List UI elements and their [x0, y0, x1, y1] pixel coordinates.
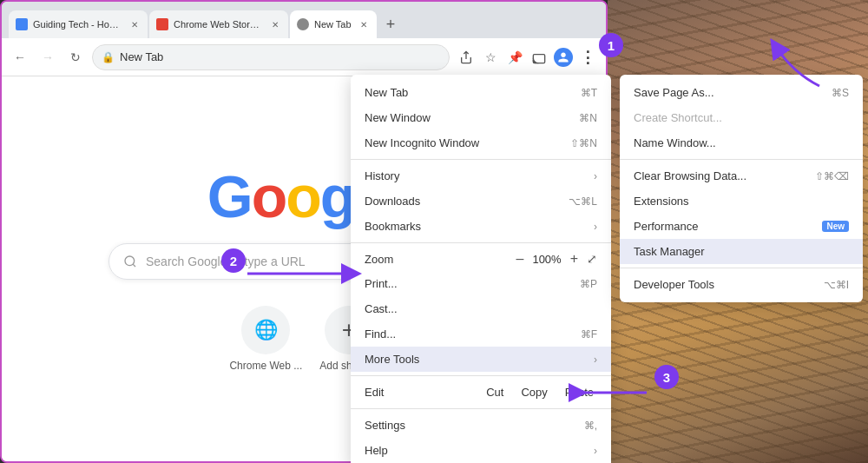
- sub-name-window[interactable]: Name Window...: [620, 130, 863, 155]
- logo-o2: o: [286, 167, 320, 226]
- cast-icon-btn[interactable]: [528, 46, 550, 69]
- sub-create-shortcut: Create Shortcut...: [620, 105, 863, 130]
- menu-more-tools[interactable]: More Tools ›: [351, 347, 611, 372]
- sub-task-manager[interactable]: Task Manager: [620, 239, 863, 264]
- profile-icon-btn[interactable]: [552, 46, 575, 69]
- tab-favicon-3: [297, 18, 309, 30]
- reload-button[interactable]: ↻: [64, 46, 87, 69]
- more-menu-btn[interactable]: ⋮: [576, 46, 599, 69]
- tab-title-3: New Tab: [314, 19, 352, 30]
- logo-o1: o: [252, 167, 286, 226]
- menu-downloads-label: Downloads: [365, 195, 562, 208]
- svg-point-1: [125, 256, 135, 266]
- menu-edit-row: Edit Cut Copy Paste: [351, 380, 611, 405]
- address-bar[interactable]: 🔒 New Tab: [92, 44, 450, 70]
- sub-dev-shortcut: ⌥⌘I: [824, 279, 849, 291]
- menu-downloads[interactable]: Downloads ⌥⌘L: [351, 189, 611, 214]
- menu-print-label: Print...: [365, 277, 573, 290]
- paste-action[interactable]: Paste: [562, 384, 597, 400]
- sub-save-page[interactable]: Save Page As... ⌘S: [620, 80, 863, 105]
- sub-save-shortcut: ⌘S: [832, 87, 849, 99]
- tab-2[interactable]: Chrome Web Store - Extension... ✕: [149, 10, 288, 38]
- tab-title-1: Guiding Tech - How To Articles...: [33, 19, 123, 30]
- sub-clear-shortcut: ⇧⌘⌫: [815, 170, 849, 182]
- toolbar: ← → ↻ 🔒 New Tab ☆ 📌 ⋮: [2, 38, 606, 76]
- profile-avatar: [554, 48, 573, 67]
- logo-g2: g: [320, 167, 355, 226]
- logo-g: G: [207, 167, 252, 226]
- back-button[interactable]: ←: [9, 46, 31, 69]
- menu-print[interactable]: Print... ⌘P: [351, 271, 611, 296]
- menu-edit-label: Edit: [365, 386, 476, 399]
- menu-cast[interactable]: Cast...: [351, 296, 611, 321]
- new-tab-button[interactable]: +: [378, 12, 403, 36]
- tab-3[interactable]: New Tab ✕: [290, 10, 377, 38]
- pin-icon-btn[interactable]: 📌: [503, 46, 526, 69]
- toolbar-icons: ☆ 📌 ⋮: [455, 46, 599, 69]
- menu-more-tools-arrow: ›: [594, 354, 597, 366]
- menu-settings[interactable]: Settings ⌘,: [351, 413, 611, 438]
- menu-incognito-shortcut: ⇧⌘N: [570, 137, 597, 149]
- menu-find-shortcut: ⌘F: [581, 328, 597, 341]
- tab-close-1[interactable]: ✕: [128, 18, 141, 30]
- sub-performance[interactable]: Performance New: [620, 214, 863, 239]
- menu-help-label: Help: [365, 444, 587, 457]
- sub-divider-1: [620, 159, 863, 160]
- menu-find-label: Find...: [365, 327, 574, 341]
- menu-find[interactable]: Find... ⌘F: [351, 321, 611, 347]
- share-icon-btn[interactable]: [455, 46, 477, 69]
- new-badge: New: [822, 221, 849, 232]
- divider-2: [351, 242, 611, 243]
- zoom-plus-btn[interactable]: +: [570, 251, 578, 267]
- menu-print-shortcut: ⌘P: [580, 278, 597, 290]
- sub-task-label: Task Manager: [634, 245, 849, 258]
- menu-new-tab[interactable]: New Tab ⌘T: [351, 80, 611, 105]
- menu-zoom-row[interactable]: Zoom – 100% + ⤢: [351, 247, 611, 271]
- sub-dev-label: Developer Tools: [634, 278, 817, 291]
- menu-bookmarks[interactable]: Bookmarks ›: [351, 214, 611, 239]
- zoom-controls: – 100% + ⤢: [516, 251, 598, 267]
- address-text: New Tab: [120, 50, 163, 63]
- tab-1[interactable]: Guiding Tech - How To Articles... ✕: [9, 10, 148, 38]
- menu-incognito[interactable]: New Incognito Window ⇧⌘N: [351, 130, 611, 155]
- divider-4: [351, 408, 611, 409]
- forward-button[interactable]: →: [36, 46, 59, 69]
- annotation-badge-3: 3: [654, 365, 679, 389]
- sub-divider-2: [620, 268, 863, 268]
- menu-bookmarks-label: Bookmarks: [365, 220, 587, 233]
- zoom-minus-btn[interactable]: –: [516, 251, 524, 267]
- edit-actions: Cut Copy Paste: [483, 384, 597, 400]
- zoom-value: 100%: [532, 253, 561, 266]
- menu-help-arrow: ›: [594, 445, 597, 457]
- menu-settings-shortcut: ⌘,: [584, 420, 597, 432]
- sub-developer-tools[interactable]: Developer Tools ⌥⌘I: [620, 272, 863, 297]
- tab-close-2[interactable]: ✕: [269, 18, 281, 30]
- bookmark-icon-btn[interactable]: ☆: [479, 46, 502, 69]
- menu-history[interactable]: History ›: [351, 163, 611, 189]
- cut-action[interactable]: Cut: [483, 384, 507, 400]
- tab-title-2: Chrome Web Store - Extension...: [174, 19, 264, 30]
- main-dropdown-menu: New Tab ⌘T New Window ⌘N New Incognito W…: [351, 75, 611, 463]
- shortcut-chrome-label: Chrome Web ...: [229, 360, 302, 372]
- menu-new-tab-shortcut: ⌘T: [581, 87, 597, 99]
- sub-extensions[interactable]: Extensions: [620, 189, 863, 214]
- menu-history-arrow: ›: [594, 170, 597, 182]
- sub-menu: Save Page As... ⌘S Create Shortcut... Na…: [620, 75, 863, 302]
- annotation-badge-1: 1: [599, 33, 623, 57]
- tab-favicon-1: [16, 18, 28, 30]
- sub-clear-label: Clear Browsing Data...: [634, 169, 808, 182]
- sub-clear-browsing[interactable]: Clear Browsing Data... ⇧⌘⌫: [620, 163, 863, 189]
- sub-performance-label: Performance: [634, 220, 808, 233]
- sub-name-label: Name Window...: [634, 136, 849, 149]
- menu-history-label: History: [365, 169, 587, 182]
- search-icon: [123, 255, 137, 268]
- menu-incognito-label: New Incognito Window: [365, 136, 563, 149]
- shortcut-chrome-icon: 🌐: [241, 306, 290, 354]
- menu-new-window[interactable]: New Window ⌘N: [351, 105, 611, 130]
- shortcut-chrome-web[interactable]: 🌐 Chrome Web ...: [229, 306, 302, 372]
- menu-help[interactable]: Help ›: [351, 438, 611, 463]
- tab-close-3[interactable]: ✕: [358, 18, 370, 30]
- tab-favicon-2: [156, 18, 168, 30]
- copy-action[interactable]: Copy: [517, 384, 550, 400]
- zoom-expand-btn[interactable]: ⤢: [587, 252, 597, 266]
